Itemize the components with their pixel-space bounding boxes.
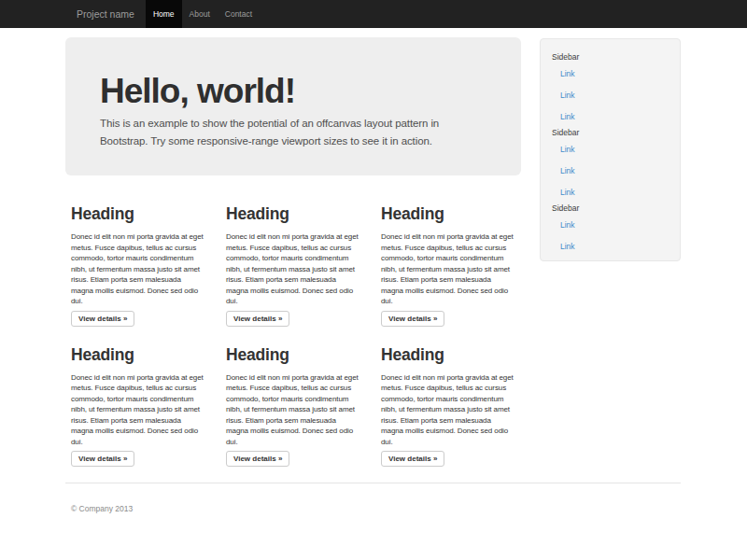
card-heading: Heading xyxy=(381,203,523,224)
nav-item-contact[interactable]: Contact xyxy=(218,0,260,28)
card-heading: Heading xyxy=(71,203,213,224)
sidebar-group-title: Sidebar xyxy=(552,127,680,138)
card-body: Donec id elit non mi porta gravida at eg… xyxy=(71,372,213,448)
jumbotron: Hello, world! This is an example to show… xyxy=(65,37,521,175)
card-body: Donec id elit non mi porta gravida at eg… xyxy=(226,231,368,307)
sidebar-group: Sidebar Link Link Link xyxy=(541,127,680,203)
view-details-button[interactable]: View details » xyxy=(71,451,134,467)
sidebar-group-title: Sidebar xyxy=(552,51,680,63)
navbar: Project name Home About Contact xyxy=(0,0,747,28)
card-heading: Heading xyxy=(226,344,368,365)
nav-item-home[interactable]: Home xyxy=(146,0,182,28)
card-heading: Heading xyxy=(381,344,523,365)
card-body: Donec id elit non mi porta gravida at eg… xyxy=(381,231,523,307)
feature-card: Heading Donec id elit non mi porta gravi… xyxy=(226,327,368,468)
feature-card: Heading Donec id elit non mi porta gravi… xyxy=(71,327,213,468)
feature-card: Heading Donec id elit non mi porta gravi… xyxy=(71,186,213,327)
nav-item-about[interactable]: About xyxy=(182,0,218,28)
sidebar-group: Sidebar Link Link Link xyxy=(541,51,680,127)
footer-divider xyxy=(65,483,681,483)
navbar-container: Project name Home About Contact xyxy=(63,0,747,28)
card-heading: Heading xyxy=(226,203,368,224)
sidebar-group: Sidebar Link Link xyxy=(541,203,680,257)
view-details-button[interactable]: View details » xyxy=(226,451,289,467)
feature-card: Heading Donec id elit non mi porta gravi… xyxy=(381,327,523,468)
card-heading: Heading xyxy=(71,344,213,365)
sidebar-group-title: Sidebar xyxy=(552,203,680,214)
card-body: Donec id elit non mi porta gravida at eg… xyxy=(71,231,213,307)
view-details-button[interactable]: View details » xyxy=(381,451,444,467)
card-grid: Heading Donec id elit non mi porta gravi… xyxy=(71,186,536,467)
jumbotron-lead: This is an example to show the potential… xyxy=(100,115,493,150)
feature-card: Heading Donec id elit non mi porta gravi… xyxy=(381,186,523,327)
feature-card: Heading Donec id elit non mi porta gravi… xyxy=(226,186,368,327)
sidebar-link[interactable]: Link xyxy=(560,105,680,127)
card-body: Donec id elit non mi porta gravida at eg… xyxy=(381,372,523,448)
sidebar-link[interactable]: Link xyxy=(560,160,680,181)
card-body: Donec id elit non mi porta gravida at eg… xyxy=(226,372,368,448)
copyright-text: © Company 2013 xyxy=(71,504,133,513)
view-details-button[interactable]: View details » xyxy=(381,311,444,327)
view-details-button[interactable]: View details » xyxy=(71,311,134,327)
sidebar-link[interactable]: Link xyxy=(560,84,680,105)
sidebar-link[interactable]: Link xyxy=(560,181,680,203)
sidebar-link[interactable]: Link xyxy=(560,214,680,235)
sidebar-link[interactable]: Link xyxy=(560,235,680,257)
page-title: Hello, world! xyxy=(100,73,493,110)
sidebar-link[interactable]: Link xyxy=(560,63,680,84)
view-details-button[interactable]: View details » xyxy=(226,311,289,327)
sidebar-link[interactable]: Link xyxy=(560,138,680,160)
navbar-brand-link[interactable]: Project name xyxy=(63,0,146,28)
sidebar-panel: Sidebar Link Link Link Sidebar Link Link… xyxy=(540,38,681,261)
